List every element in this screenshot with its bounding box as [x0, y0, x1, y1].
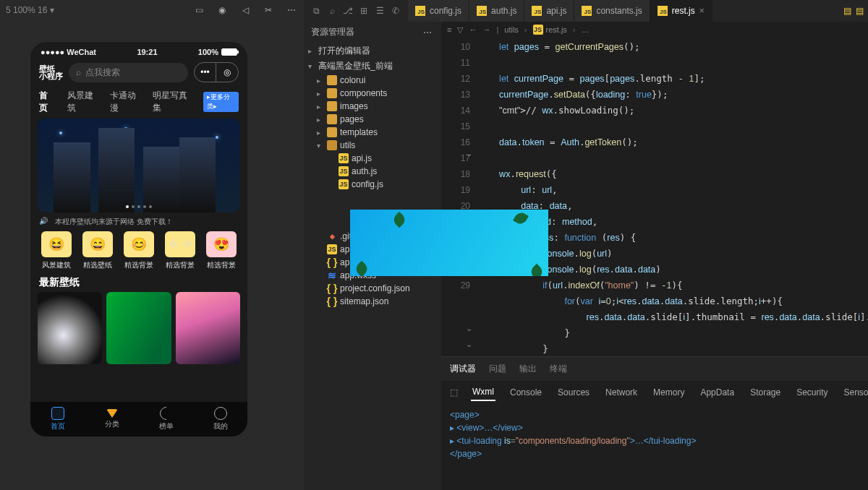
wallpaper-thumb[interactable] — [38, 292, 102, 364]
carrier: ●●●●● WeChat — [41, 48, 96, 56]
code-editor[interactable]: ⌄ ⌄ ⌄ 10111213141516171819202526272829 l… — [441, 38, 868, 356]
mute-icon[interactable]: ◁ — [239, 4, 252, 17]
category-item[interactable]: 😍精选背景 — [203, 231, 240, 270]
panel-files-icon[interactable]: ▤ — [842, 4, 855, 17]
record-icon[interactable]: ◉ — [216, 4, 229, 17]
inspect-icon[interactable]: ⬚ — [450, 386, 458, 399]
cloud-icon[interactable]: ✆ — [389, 4, 402, 17]
zoom-info[interactable]: 5 100% 16 ▾ — [6, 5, 54, 15]
editor-tab[interactable]: JSconstants.js — [574, 0, 650, 22]
nav-item-celeb[interactable]: 明星写真集 — [153, 90, 190, 114]
tree-section-header[interactable]: ▾高端黑金壁纸_前端 — [304, 59, 441, 74]
wallpaper-thumb[interactable] — [106, 292, 171, 364]
panel-tab-problems[interactable]: 问题 — [489, 360, 506, 378]
editor-tab[interactable]: JSapi.js — [524, 0, 574, 22]
tree-file-js[interactable]: JSapi.js — [304, 152, 441, 165]
ext-icon[interactable]: ⊞ — [357, 4, 370, 17]
tab-bar: 首页 分类 榜单 我的 — [30, 402, 247, 437]
nav-item-home[interactable]: 首页 — [39, 90, 54, 114]
tree-section-header[interactable]: ▸打开的编辑器 — [304, 43, 441, 59]
tab-rank[interactable]: 榜单 — [139, 402, 193, 437]
back-icon[interactable]: ← — [469, 25, 477, 34]
editor-tab[interactable]: JSconfig.js — [408, 0, 469, 22]
wxml-tree[interactable]: <page> ▸ <view>…</view> ▸ <tui-loading i… — [441, 404, 868, 490]
wechat-capsule[interactable]: ••• ◎ — [194, 62, 239, 82]
editor-tab[interactable]: JSauth.js — [469, 0, 524, 22]
phone-frame: ●●●●● WeChat 19:21 100% 壁纸小程序 ⌕ 点我搜索 •••… — [30, 42, 247, 437]
nav-more-button[interactable]: ▸更多分类▸ — [203, 92, 239, 112]
tree-folder[interactable]: ▸templates — [304, 126, 441, 139]
editor-tabs-bar: ⧉ ⌕ ⎇ ⊞ ☰ ✆ JSconfig.jsJSauth.jsJSapi.js… — [304, 0, 868, 22]
tree-folder[interactable]: ▸colorui — [304, 74, 441, 87]
wallpaper-grid — [30, 292, 247, 364]
more-icon[interactable]: ⋯ — [285, 4, 298, 17]
breadcrumb[interactable]: ≡ ▽ ← → | utils› JSrest.js› … — [441, 22, 868, 38]
outline-toggle-icon[interactable]: ≡ — [447, 25, 451, 34]
cut-icon[interactable]: ✂ — [262, 4, 275, 17]
search-icon: ⌕ — [76, 67, 81, 77]
wallpaper-thumb[interactable] — [176, 292, 240, 364]
capsule-more-icon[interactable]: ••• — [195, 63, 216, 82]
tree-folder[interactable]: ▸images — [304, 100, 441, 113]
tree-file-json[interactable]: { }project.config.json — [304, 282, 441, 295]
category-item[interactable]: 😊精选背景 — [120, 231, 157, 270]
subtab-sources[interactable]: Sources — [556, 384, 591, 400]
app-logo: 壁纸小程序 — [39, 65, 63, 79]
subtab-security[interactable]: Security — [795, 384, 829, 400]
tree-folder[interactable]: ▸pages — [304, 113, 441, 126]
subtab-storage[interactable]: Storage — [749, 384, 782, 400]
bookmark-icon[interactable]: ▽ — [457, 25, 463, 35]
capsule-close-icon[interactable]: ◎ — [216, 63, 238, 82]
js-icon: JS — [477, 6, 487, 16]
tree-folder[interactable]: ▸components — [304, 87, 441, 100]
panel-tab-debugger[interactable]: 调试器 — [450, 360, 476, 378]
status-bar: ●●●●● WeChat 19:21 100% — [30, 42, 247, 59]
editor-tab[interactable]: JSrest.js× — [650, 0, 712, 22]
js-icon: JS — [327, 244, 337, 254]
forward-icon[interactable]: → — [482, 25, 490, 34]
panel-tab-output[interactable]: 输出 — [519, 360, 537, 378]
branch-icon[interactable]: ⎇ — [341, 4, 354, 17]
tab-category[interactable]: 分类 — [85, 402, 139, 437]
tree-file-js[interactable]: JSconfig.js — [304, 178, 441, 191]
category-item[interactable]: 😄精选壁纸 — [79, 231, 116, 270]
fold-icon[interactable]: ⌄ — [466, 149, 472, 158]
category-item[interactable]: ✧.✧精选背景 — [162, 231, 199, 270]
js-icon: JS — [532, 6, 542, 16]
subtab-sensor[interactable]: Sensor — [843, 384, 868, 400]
tab-me[interactable]: 我的 — [193, 402, 247, 437]
search-input[interactable]: ⌕ 点我搜索 — [69, 63, 188, 82]
category-grid: 😆风景建筑😄精选壁纸😊精选背景✧.✧精选背景😍精选背景 — [30, 231, 247, 270]
subtab-console[interactable]: Console — [509, 384, 543, 400]
json-icon: { } — [327, 257, 337, 267]
close-icon[interactable]: × — [699, 6, 705, 16]
explorer-more-icon[interactable]: ⋯ — [421, 26, 434, 39]
hero-banner[interactable] — [38, 119, 240, 212]
nav-item-anime[interactable]: 卡通动漫 — [110, 90, 140, 114]
tree-folder[interactable]: ▾utils — [304, 139, 441, 152]
tab-home[interactable]: 首页 — [30, 402, 85, 437]
category-item[interactable]: 😆风景建筑 — [38, 231, 75, 270]
search-icon[interactable]: ⌕ — [326, 4, 339, 17]
tree-file-json[interactable]: { }sitemap.json — [304, 295, 441, 308]
js-icon: JS — [533, 25, 543, 35]
panel-files-icon[interactable]: ▤ — [855, 4, 868, 17]
search-placeholder: 点我搜索 — [85, 66, 120, 79]
files-icon[interactable]: ⧉ — [310, 4, 323, 17]
announcement-bar: 🔊 本程序壁纸均来源于网络 免费下载！ — [30, 212, 247, 231]
carousel-dots — [38, 205, 240, 208]
battery-pct: 100% — [198, 48, 218, 56]
fold-icon[interactable]: ⌄ — [466, 324, 472, 333]
subtab-appdata[interactable]: AppData — [699, 384, 736, 400]
fold-icon[interactable]: ⌄ — [466, 340, 472, 349]
json-icon: { } — [327, 296, 337, 306]
outline-icon[interactable]: ☰ — [373, 4, 386, 17]
subtab-memory[interactable]: Memory — [652, 384, 686, 400]
subtab-network[interactable]: Network — [604, 384, 639, 400]
panel-tab-terminal[interactable]: 终端 — [550, 360, 567, 378]
subtab-wxml[interactable]: Wxml — [471, 384, 495, 401]
nav-item-scenery[interactable]: 风景建筑 — [67, 90, 97, 114]
announce-text: 本程序壁纸均来源于网络 免费下载！ — [55, 217, 173, 227]
tree-file-js[interactable]: JSauth.js — [304, 165, 441, 178]
device-icon[interactable]: ▭ — [192, 4, 205, 17]
